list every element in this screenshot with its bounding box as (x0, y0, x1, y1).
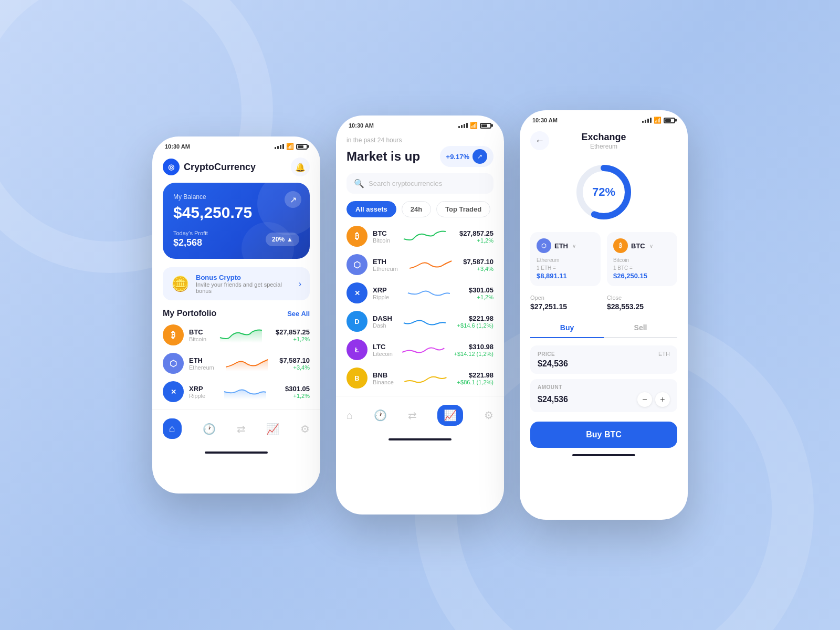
crypto-row-btc[interactable]: ₿ BTC Bitcoin $27,857.25 +1,2% (163, 324, 310, 345)
exchange-header: ← Exchange Ethereum (530, 127, 677, 152)
bonus-desc: Invite your friends and get special bonu… (196, 281, 292, 294)
market-xrp-icon: ✕ (346, 282, 368, 303)
trend-circle: ↗ (472, 149, 487, 164)
market-eth-info: ETH Ethereum (373, 258, 398, 272)
nav-home-2[interactable]: ⌂ (340, 407, 359, 424)
profit-badge: 20% ▲ (266, 233, 299, 246)
nav-settings-1[interactable]: ⚙ (294, 421, 316, 437)
increment-btn[interactable]: + (655, 392, 670, 407)
bottom-nav-2: ⌂ 🕐 ⇄ 📈 ⚙ (336, 396, 504, 436)
nav-chart-2[interactable]: 📈 (431, 403, 469, 428)
market-title-row: Market is up +9.17% ↗ (346, 146, 494, 167)
filter-24h[interactable]: 24h (402, 201, 431, 217)
filter-tabs: All assets 24h Top Traded (346, 201, 494, 217)
back-button[interactable]: ← (530, 131, 549, 150)
phone1-content: ◎ CryptoCurrency 🔔 ↗ My Balance $45,250.… (152, 153, 320, 410)
balance-card: ↗ My Balance $45,250.75 Today's Profit $… (163, 183, 310, 259)
market-eth-chart (403, 257, 458, 272)
eth-price-info: $7,587.10 +3,4% (279, 356, 310, 371)
market-bnb-chart (399, 370, 452, 386)
nav-exchange-2[interactable]: ⇄ (402, 407, 423, 424)
market-dash-info: DASH Dash (373, 314, 392, 329)
home-indicator-3 (572, 454, 635, 456)
filter-all-assets[interactable]: All assets (346, 201, 396, 217)
nav-history-2[interactable]: 🕐 (368, 407, 393, 424)
pair-eth-name: ETH (554, 242, 568, 250)
nav-home-1[interactable]: ⌂ (156, 416, 188, 441)
market-row-ltc[interactable]: Ł LTC Litecoin $310.98 +$14.12 (1,2%) (346, 339, 494, 360)
donut-container: 72% (530, 161, 677, 224)
settings-icon-2: ⚙ (484, 409, 494, 422)
bottom-nav-1: ⌂ 🕐 ⇄ 📈 ⚙ (152, 410, 320, 449)
market-btc-icon: ₿ (346, 226, 368, 247)
chart-icon-1: 📈 (266, 423, 279, 435)
bell-icon[interactable]: 🔔 (291, 158, 310, 176)
amount-field-value: $24,536 (538, 395, 568, 404)
sell-tab[interactable]: Sell (604, 318, 677, 337)
wifi-icon-1: 📶 (286, 143, 294, 150)
exchange-title-block: Exchange Ethereum (549, 132, 658, 150)
buy-btc-button[interactable]: Buy BTC (530, 422, 677, 448)
market-xrp-chart (394, 285, 464, 301)
amount-field-header: AMOUNT (538, 384, 670, 390)
market-row-eth[interactable]: ⬡ ETH Ethereum $7,587.10 +3,4% (346, 254, 494, 275)
xrp-price-info: $301.05 +1,2% (285, 385, 310, 399)
status-bar-2: 10:30 AM 📶 (336, 116, 504, 132)
buy-tab[interactable]: Buy (530, 318, 604, 338)
phone-portfolio: 10:30 AM 📶 ◎ CryptoCurrency 🔔 ↗ (152, 136, 320, 494)
decrement-btn[interactable]: − (637, 392, 652, 407)
stat-open-value: $27,251.15 (530, 302, 601, 311)
btc-price-info: $27,857.25 +1,2% (276, 328, 310, 342)
nav-chart-1[interactable]: 📈 (260, 421, 286, 437)
status-icons-2: 📶 (458, 122, 491, 129)
market-subtitle: in the past 24 hours (346, 136, 494, 144)
price-field[interactable]: PRICE ETH $24,536 (530, 345, 677, 374)
stat-open-label: Open (530, 295, 601, 301)
amount-field[interactable]: AMOUNT $24,536 − + (530, 379, 677, 412)
price-field-currency: ETH (658, 351, 670, 357)
nav-exchange-1[interactable]: ⇄ (230, 421, 252, 437)
stats-grid: Open $27,251.15 Close $28,553.25 (530, 295, 677, 311)
status-time-1: 10:30 AM (165, 143, 190, 150)
price-field-value: $24,536 (538, 359, 670, 369)
home-indicator-1 (205, 452, 268, 454)
market-row-xrp[interactable]: ✕ XRP Ripple $301.05 +1,2% (346, 282, 494, 303)
nav-settings-2[interactable]: ⚙ (478, 407, 500, 424)
profit-row: Today's Profit $2,568 20% ▲ (173, 230, 299, 248)
stat-close-value: $28,553.25 (607, 302, 677, 311)
search-bar[interactable]: 🔍 Search cryptocurrencies (346, 173, 494, 194)
exchange-icon-1: ⇄ (237, 423, 246, 435)
eth-info: ETH Ethereum (189, 356, 214, 371)
crypto-row-eth[interactable]: ⬡ ETH Ethereum $7,587.10 +3,4% (163, 353, 310, 374)
bonus-text: Bonus Crypto Invite your friends and get… (196, 274, 292, 294)
status-icons-1: 📶 (275, 143, 308, 150)
filter-top-traded[interactable]: Top Traded (436, 201, 490, 217)
status-icons-3: 📶 (642, 117, 675, 124)
nav-history-1[interactable]: 🕐 (196, 421, 222, 437)
app-header: ◎ CryptoCurrency 🔔 (163, 153, 310, 183)
pair-btc-icon: ₿ (613, 238, 628, 253)
btc-info: BTC Bitcoin (189, 328, 206, 342)
signal-icon-1 (275, 144, 284, 149)
bonus-banner[interactable]: 🪙 Bonus Crypto Invite your friends and g… (163, 267, 310, 300)
home-nav-bg: ⌂ (163, 418, 182, 439)
phones-container: 10:30 AM 📶 ◎ CryptoCurrency 🔔 ↗ (152, 110, 688, 520)
market-eth-icon: ⬡ (346, 254, 368, 275)
profit-amount: $2,568 (173, 237, 208, 248)
crypto-row-xrp[interactable]: ✕ XRP Ripple $301.05 +1,2% (163, 381, 310, 402)
market-bnb-icon: B (346, 368, 368, 388)
market-dash-price: $221.98 +$14.6 (1,2%) (457, 314, 494, 329)
buy-sell-tabs: Buy Sell (530, 318, 677, 338)
xrp-chart (211, 384, 280, 400)
phone2-content: in the past 24 hours Market is up +9.17%… (336, 132, 504, 396)
see-all-btn[interactable]: See All (287, 310, 310, 318)
market-row-dash[interactable]: D DASH Dash $221.98 +$14.6 (1,2%) (346, 311, 494, 332)
portfolio-title: My Portofolio (163, 309, 216, 318)
market-row-btc[interactable]: ₿ BTC Bitcoin $27,857.25 +1,2% (346, 226, 494, 247)
market-row-bnb[interactable]: B BNB Binance $221.98 +$86.1 (1,2%) (346, 368, 494, 388)
pair-btc-rate: $26,250.15 (613, 272, 671, 280)
pair-btc-drop: ∨ (649, 243, 653, 249)
bonus-title: Bonus Crypto (196, 274, 292, 281)
pair-btc-header: ₿ BTC ∨ (613, 238, 671, 253)
market-ltc-icon: Ł (346, 339, 368, 360)
